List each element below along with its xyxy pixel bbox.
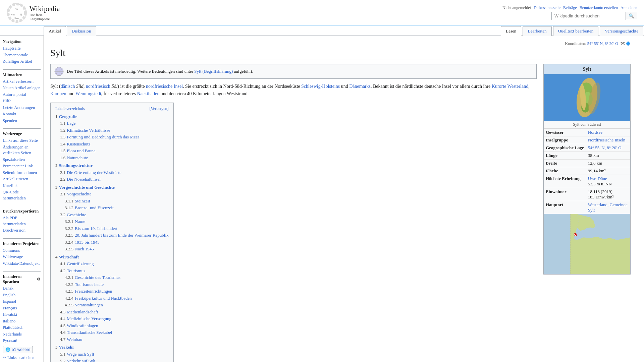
tab-read[interactable]: Lesen	[501, 26, 521, 36]
infobox-row: Einwohner18.118 (2019)183 Einw./km²	[544, 188, 630, 201]
sidebar-item-wikivoyage[interactable]: Wikivoyage	[3, 254, 41, 260]
sidebar-item-help[interactable]: Hilfe	[3, 98, 41, 104]
toc-link[interactable]: 4.2.3Freizeiteinrichtungen	[65, 289, 112, 294]
infobox-value[interactable]: Westerland, Gemeinde Sylt	[586, 201, 630, 214]
infobox-value[interactable]: Nordsee	[586, 129, 630, 136]
toc-link[interactable]: 3.2.320. Jahrhundert bis zum Ende der We…	[65, 233, 169, 238]
toc-link[interactable]: 5.2Verkehr auf Sylt	[60, 358, 95, 362]
toc-link[interactable]: 1.1Lage	[60, 121, 75, 126]
toc-link[interactable]: 1Geografie	[55, 114, 77, 119]
wikipedia-logo[interactable]: W 維 Wiki Вики	[7, 3, 27, 23]
more-languages-button[interactable]: 🌐 51 weitere	[3, 346, 33, 353]
sidebar-item-pdf[interactable]: Als PDF herunterladen	[3, 215, 41, 227]
toc-link[interactable]: 3.1.1Steinzeit	[65, 198, 90, 203]
sidebar-lang-english[interactable]: English	[3, 292, 41, 298]
sidebar-item-wikidata[interactable]: Wikidata-Datenobjekt	[3, 261, 41, 267]
toc-link[interactable]: 5.1Wege nach Sylt	[60, 352, 94, 357]
sidebar-item-cite[interactable]: Artikel zitieren	[3, 176, 41, 182]
sidebar-item-improve[interactable]: Artikel verbessern	[3, 79, 41, 85]
tab-edit[interactable]: Bearbeiten	[523, 26, 551, 36]
sidebar-lang-italiano[interactable]: Italiano	[3, 318, 41, 324]
sidebar-lang-russian[interactable]: Русский	[3, 338, 41, 344]
toc-link[interactable]: 4.5Windkraftanlagen	[60, 323, 98, 328]
sidebar-lang-francais[interactable]: Français	[3, 305, 41, 311]
toc-link[interactable]: 2.1Die Orte entlang der Westküste	[60, 170, 121, 175]
sidebar-item-qr[interactable]: QR-Code herunterladen	[3, 189, 41, 201]
search-button[interactable]: 🔍	[626, 12, 637, 20]
toc-link[interactable]: 4.4Medizinische Versorgung	[60, 316, 111, 321]
gear-icon[interactable]: ⚙	[37, 277, 41, 282]
discussion-link[interactable]: Diskussionsseite	[534, 5, 560, 10]
edit-links-row: ✏ Links bearbeiten	[3, 355, 41, 360]
toc-link[interactable]: 3.2.41933 bis 1945	[65, 240, 100, 245]
search-input[interactable]	[552, 12, 626, 20]
sidebar-lang-dansk[interactable]: Dansk	[3, 286, 41, 292]
sidebar-item-author-portal[interactable]: Autorenportal	[3, 92, 41, 98]
sidebar-item-commons[interactable]: Commons	[3, 248, 41, 254]
sidebar-item-page-info[interactable]: Seiteninformationen	[3, 170, 41, 176]
toc-link[interactable]: 4.3Medienlandschaft	[60, 309, 98, 314]
create-account-link[interactable]: Benutzerkonto erstellen	[580, 5, 618, 10]
sidebar-item-contact[interactable]: Kontakt	[3, 111, 41, 117]
tab-discussion[interactable]: Diskussion	[67, 26, 96, 36]
sidebar-lang-plattdeutsch[interactable]: Plattdüütsch	[3, 325, 41, 331]
toc-link[interactable]: 1.4Küstenschutz	[60, 141, 90, 146]
toc-item: 2.2Die Nössehalbinsel	[60, 176, 169, 183]
toc-item: 4.2.3Freizeiteinrichtungen	[65, 288, 169, 295]
toc-link[interactable]: 4.2Tourismus	[60, 268, 85, 273]
infobox-value[interactable]: Uwe-Düne52,5 m ü. NN	[586, 175, 630, 188]
coords-link[interactable]: 54° 55′ N, 8° 20′ O	[587, 41, 618, 46]
toc-link[interactable]: 1.6Naturschutz	[60, 155, 88, 160]
toc-link[interactable]: 5Verkehr	[55, 345, 74, 350]
toc-toggle[interactable]: [Verbergen]	[150, 106, 169, 111]
sidebar-item-random[interactable]: Zufälliger Artikel	[3, 59, 41, 65]
coords-icon-osm[interactable]: 🔷	[626, 41, 631, 46]
coords-icon-map[interactable]: 🗺	[621, 41, 625, 46]
toc-link[interactable]: 1.2Klimatische Verhältnisse	[60, 128, 110, 133]
toc-link[interactable]: 1.3Formung und Bedrohung durch das Meer	[60, 134, 139, 139]
sidebar-lang-espanol[interactable]: Español	[3, 299, 41, 305]
header: W 維 Wiki Вики Wikipedia Die freie Enzykl…	[0, 0, 644, 26]
sidebar-item-special-pages[interactable]: Spezialseiten	[3, 157, 41, 163]
toc-link[interactable]: 1.5Flora und Fauna	[60, 148, 95, 153]
sidebar-item-main-page[interactable]: Hauptseite	[3, 46, 41, 52]
sidebar-item-related-changes[interactable]: Änderungen an verlinkten Seiten	[3, 144, 41, 156]
sidebar-item-permanent-link[interactable]: Permanenter Link	[3, 163, 41, 169]
toc-link[interactable]: 4.2.4Freiköperkultur und Nacktbaden	[65, 296, 132, 301]
sidebar-item-print[interactable]: Druckversion	[3, 228, 41, 234]
tab-edit-source[interactable]: Quelltext bearbeiten	[553, 26, 599, 36]
login-link[interactable]: Anmelden	[621, 5, 637, 10]
toc-link[interactable]: 2.2Die Nössehalbinsel	[60, 177, 101, 182]
toc-link[interactable]: 2Siedlungsstruktur	[55, 163, 93, 168]
infobox-value[interactable]: 54° 55′ N, 8° 20′ O	[586, 144, 630, 152]
toc-link[interactable]: 3.1.2Bronze- und Eisenzeit	[65, 205, 114, 210]
toc-link[interactable]: 4.1Gentrifizierung	[60, 261, 94, 266]
sidebar-item-new-article[interactable]: Neuen Artikel anlegen	[3, 85, 41, 91]
sidebar-item-thematic-portal[interactable]: Themenportale	[3, 52, 41, 58]
sidebar-lang-hrvatski[interactable]: Hrvatski	[3, 312, 41, 318]
sidebar-item-donate[interactable]: Spenden	[3, 118, 41, 124]
toc-link[interactable]: 3Vorgeschichte und Geschichte	[55, 185, 115, 190]
sidebar-item-last-changes[interactable]: Letzte Änderungen	[3, 105, 41, 111]
toc-link[interactable]: 4.2.5Veranstaltungen	[65, 302, 103, 307]
toc-link[interactable]: 3.2.5Nach 1945	[65, 246, 94, 251]
infobox-row: Länge38 km	[544, 152, 630, 160]
tab-history[interactable]: Versionsgeschichte	[600, 26, 643, 36]
toc-link[interactable]: 4Wirtschaft	[55, 254, 79, 259]
sidebar-lang-nederlands[interactable]: Nederlands	[3, 331, 41, 338]
disambig-link[interactable]: Sylt (Begriffsklärung)	[194, 69, 233, 74]
edit-links-link[interactable]: Links bearbeiten	[7, 355, 34, 360]
sidebar-item-shortlink[interactable]: Kurzlink	[3, 183, 41, 189]
toc-link[interactable]: 4.7Weinbau	[60, 337, 82, 342]
toc-link[interactable]: 3.1Vorgeschichte	[60, 191, 91, 196]
sidebar-item-links-here[interactable]: Links auf diese Seite	[3, 138, 41, 144]
toc-link[interactable]: 4.6Transatlantische Seekabel	[60, 330, 112, 335]
toc-link[interactable]: 3.2.2Bis zum 19. Jahrhundert	[65, 226, 117, 231]
infobox-value[interactable]: Nordfriesische Inseln	[586, 136, 630, 144]
toc-link[interactable]: 4.2.1Geschichte des Tourismus	[65, 275, 120, 280]
toc-link[interactable]: 3.2.1Name	[65, 219, 85, 224]
toc-link[interactable]: 4.2.2Tourismus heute	[65, 282, 104, 287]
toc-link[interactable]: 3.2Geschichte	[60, 212, 86, 217]
tab-article[interactable]: Artikel	[44, 26, 66, 36]
contributions-link[interactable]: Beiträge	[563, 5, 577, 10]
